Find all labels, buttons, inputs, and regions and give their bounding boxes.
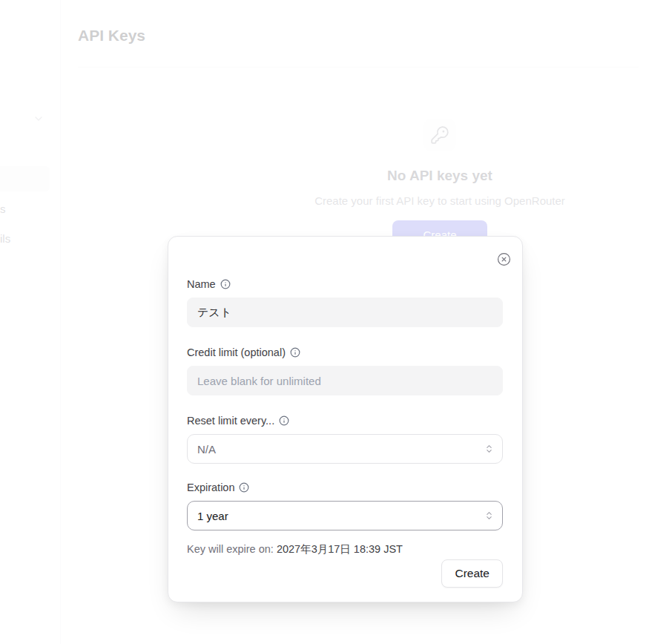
close-icon[interactable] <box>497 252 511 266</box>
name-input[interactable] <box>187 298 503 327</box>
reset-limit-select[interactable]: N/A <box>187 434 503 464</box>
name-field-group: Name <box>187 278 503 327</box>
chevrons-up-down-icon <box>484 444 494 454</box>
credit-limit-label: Credit limit (optional) <box>187 346 503 358</box>
expiration-date: 2027年3月17日 18:39 JST <box>277 543 403 555</box>
info-icon[interactable] <box>220 279 231 289</box>
reset-limit-label: Reset limit every... <box>187 415 503 427</box>
expiration-select[interactable]: 1 year <box>187 501 503 530</box>
credit-limit-input[interactable] <box>187 366 503 395</box>
expiration-helper-text: Key will expire on: 2027年3月17日 18:39 JST <box>187 542 503 556</box>
info-icon[interactable] <box>279 415 289 426</box>
reset-limit-field-group: Reset limit every... N/A <box>187 415 503 464</box>
info-icon[interactable] <box>239 482 249 493</box>
chevrons-up-down-icon <box>484 511 494 521</box>
credit-limit-field-group: Credit limit (optional) <box>187 346 503 395</box>
name-label: Name <box>187 278 503 290</box>
expiration-field-group: Expiration 1 year <box>187 482 503 530</box>
create-api-key-dialog: Name Credit limit (optional) Reset limit… <box>168 236 523 602</box>
expiration-label: Expiration <box>187 482 503 493</box>
create-button[interactable]: Create <box>441 559 503 588</box>
info-icon[interactable] <box>290 347 300 358</box>
